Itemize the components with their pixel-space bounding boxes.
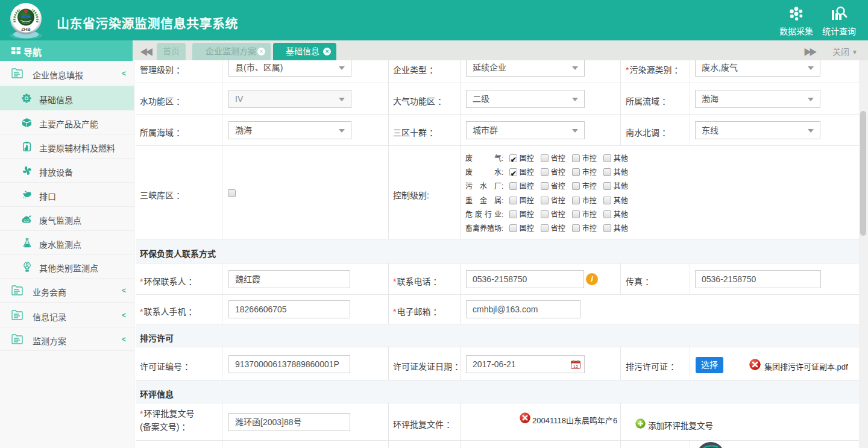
svg-text:15: 15 <box>573 364 578 368</box>
svg-text:CO: CO <box>24 219 29 222</box>
svg-text:ZHB: ZHB <box>21 27 31 32</box>
